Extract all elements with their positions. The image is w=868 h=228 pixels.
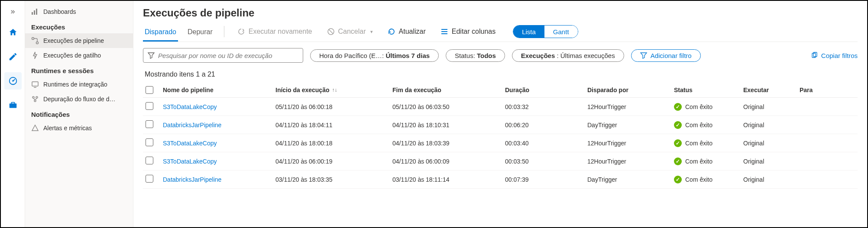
filter-time-prefix: Hora do Pacífico (E…: bbox=[319, 52, 385, 59]
pipeline-name-link[interactable]: DatabricksJarPipeline bbox=[163, 122, 221, 128]
tab-triggered[interactable]: Disparado bbox=[143, 26, 178, 42]
table-row[interactable]: DatabricksJarPipeline04/11/20 às 18:04:1… bbox=[143, 116, 858, 134]
main-content: Execuções de pipeline Disparado Depurar … bbox=[133, 1, 867, 227]
sidebar-section-runtimes: Runtimes e sessões bbox=[25, 63, 133, 77]
sort-icon: ↑↓ bbox=[332, 87, 337, 93]
pipeline-name-link[interactable]: S3ToDataLakeCopy bbox=[163, 140, 217, 147]
rail-manage[interactable] bbox=[4, 96, 22, 114]
table-row[interactable]: S3ToDataLakeCopy04/11/20 às 18:00:1804/1… bbox=[143, 134, 858, 152]
pipeline-name-link[interactable]: DatabricksJarPipeline bbox=[163, 176, 221, 183]
row-checkbox[interactable] bbox=[146, 120, 153, 128]
copy-filters-button[interactable]: Copiar filtros bbox=[811, 52, 858, 59]
tab-debug[interactable]: Depurar bbox=[186, 26, 214, 42]
cancel-icon bbox=[327, 28, 335, 35]
sidebar-item-integration-runtimes[interactable]: Runtimes de integração bbox=[25, 77, 133, 92]
table-row[interactable]: S3ToDataLakeCopy04/11/20 às 06:00:1904/1… bbox=[143, 152, 858, 170]
search-box[interactable] bbox=[143, 48, 303, 63]
cell-duration: 00:03:32 bbox=[502, 103, 585, 111]
col-name[interactable]: Nome do pipeline bbox=[160, 86, 273, 94]
add-filter-button[interactable]: Adicionar filtro bbox=[631, 49, 701, 62]
row-checkbox[interactable] bbox=[146, 102, 153, 110]
svg-rect-4 bbox=[32, 12, 33, 15]
cell-exec: Original bbox=[741, 103, 797, 111]
cancel-label: Cancelar bbox=[338, 28, 366, 35]
svg-point-7 bbox=[32, 38, 34, 40]
success-icon: ✓ bbox=[674, 121, 682, 129]
cell-trigger: DayTrigger bbox=[585, 121, 671, 129]
filter-runs[interactable]: Execuções : Últimas execuções bbox=[512, 49, 624, 62]
col-end[interactable]: Fim da execução bbox=[390, 86, 502, 94]
gauge-icon bbox=[8, 76, 18, 86]
filter-row: Hora do Pacífico (E…: Últimos 7 dias Sta… bbox=[143, 48, 858, 63]
row-checkbox[interactable] bbox=[146, 175, 153, 183]
cell-exec: Original bbox=[741, 175, 797, 184]
cell-start: 04/11/20 às 18:04:11 bbox=[273, 121, 390, 129]
col-params[interactable]: Para bbox=[797, 86, 823, 94]
rerun-icon bbox=[237, 28, 245, 35]
sidebar-item-dataflow-debug[interactable]: Depuração do fluxo de d… bbox=[25, 92, 133, 106]
sidebar-item-alerts[interactable]: Alertas e métricas bbox=[25, 121, 133, 135]
cell-trigger: 12HourTrigger bbox=[585, 103, 671, 111]
pipeline-name-link[interactable]: S3ToDataLakeCopy bbox=[163, 103, 217, 110]
refresh-button[interactable]: Atualizar bbox=[384, 26, 429, 41]
col-execute[interactable]: Executar bbox=[741, 86, 797, 94]
filter-icon bbox=[148, 52, 155, 59]
col-duration[interactable]: Duração bbox=[502, 86, 585, 94]
runtime-icon bbox=[31, 80, 39, 88]
search-input[interactable] bbox=[158, 52, 298, 59]
rerun-button[interactable]: Executar novamente bbox=[234, 26, 316, 41]
sidebar: Dashboards Execuções Execuções de pipeli… bbox=[25, 1, 133, 227]
copy-icon bbox=[811, 52, 818, 59]
sidebar-label: Alertas e métricas bbox=[43, 125, 92, 132]
runs-table: Nome do pipeline Início da execução↑↓ Fi… bbox=[143, 83, 858, 189]
sidebar-item-trigger-runs[interactable]: Execuções de gatilho bbox=[25, 48, 133, 63]
success-icon: ✓ bbox=[674, 103, 682, 111]
cell-trigger: DayTrigger bbox=[585, 175, 671, 184]
expand-rail-icon[interactable]: » bbox=[10, 4, 15, 17]
col-triggered-by[interactable]: Disparado por bbox=[585, 86, 671, 94]
view-toggle[interactable]: Lista Gantt bbox=[513, 25, 578, 38]
sidebar-label: Runtimes de integração bbox=[43, 81, 107, 88]
table-row[interactable]: S3ToDataLakeCopy05/11/20 às 06:00:1805/1… bbox=[143, 98, 858, 116]
row-checkbox[interactable] bbox=[146, 138, 153, 146]
pipeline-icon bbox=[31, 37, 39, 45]
filter-status-prefix: Status: bbox=[455, 52, 477, 59]
cell-trigger: 12HourTrigger bbox=[585, 157, 671, 166]
sidebar-label: Execuções de pipeline bbox=[43, 37, 104, 44]
col-status[interactable]: Status bbox=[671, 86, 741, 94]
sidebar-label: Dashboards bbox=[43, 8, 76, 15]
view-list[interactable]: Lista bbox=[513, 26, 544, 38]
svg-point-11 bbox=[36, 96, 38, 98]
filter-time[interactable]: Hora do Pacífico (E…: Últimos 7 dias bbox=[310, 49, 439, 62]
edit-columns-button[interactable]: Editar colunas bbox=[437, 26, 499, 41]
table-row[interactable]: DatabricksJarPipeline03/11/20 às 18:03:3… bbox=[143, 170, 858, 189]
cell-end: 03/11/20 às 18:11:14 bbox=[390, 175, 502, 184]
add-filter-label: Adicionar filtro bbox=[651, 52, 692, 59]
row-checkbox[interactable] bbox=[146, 157, 153, 164]
cancel-button[interactable]: Cancelar ▾ bbox=[324, 26, 376, 41]
pipeline-name-link[interactable]: S3ToDataLakeCopy bbox=[163, 158, 217, 165]
showing-count: Mostrando itens 1 a 21 bbox=[145, 71, 858, 78]
filter-status[interactable]: Status: Todos bbox=[446, 49, 505, 62]
toolbox-icon bbox=[8, 100, 18, 110]
rail-home[interactable] bbox=[4, 24, 22, 41]
svg-rect-5 bbox=[34, 10, 35, 15]
svg-point-10 bbox=[32, 96, 34, 98]
svg-point-12 bbox=[34, 100, 36, 102]
status-badge: ✓Com êxito bbox=[674, 157, 713, 165]
cell-start: 03/11/20 às 18:03:35 bbox=[273, 175, 390, 184]
cell-duration: 00:03:40 bbox=[502, 139, 585, 148]
rail-monitor[interactable] bbox=[4, 72, 22, 90]
svg-point-8 bbox=[36, 42, 39, 44]
sidebar-item-dashboards[interactable]: Dashboards bbox=[25, 4, 133, 19]
col-start[interactable]: Início da execução↑↓ bbox=[273, 86, 390, 94]
view-gantt[interactable]: Gantt bbox=[544, 26, 578, 38]
sidebar-item-pipeline-runs[interactable]: Execuções de pipeline bbox=[25, 33, 133, 48]
rail-author[interactable] bbox=[4, 48, 22, 65]
svg-rect-9 bbox=[32, 82, 38, 86]
trigger-icon bbox=[31, 51, 39, 59]
cell-exec: Original bbox=[741, 139, 797, 148]
columns-icon bbox=[440, 28, 448, 35]
select-all-checkbox[interactable] bbox=[146, 86, 153, 94]
funnel-plus-icon bbox=[640, 52, 647, 59]
